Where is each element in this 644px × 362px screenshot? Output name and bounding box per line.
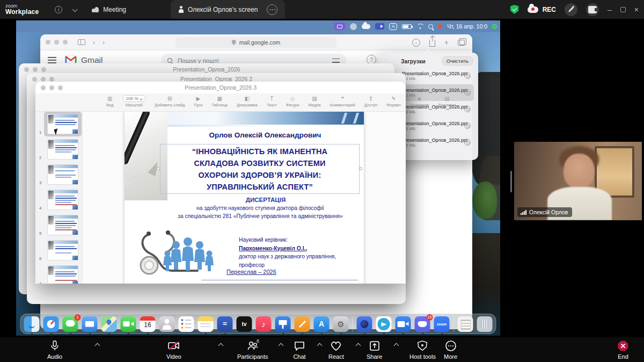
slide-thumbnail-7[interactable]: 7 xyxy=(35,263,82,284)
close-traffic-light[interactable] xyxy=(46,40,50,45)
title-slide[interactable]: ~~~~~ Орлов Олексій Олександрович “ІННОВ… xyxy=(125,112,364,284)
text-button[interactable]: T Текст xyxy=(267,95,277,107)
slide-title-box[interactable]: “ІННОВАЦІЙНІСТЬ ЯК ІМАНЕНТНА СКЛАДОВА РО… xyxy=(160,144,360,194)
dock-finder[interactable] xyxy=(24,316,40,332)
dock-music[interactable]: ♪ xyxy=(256,316,272,332)
dock-pages[interactable] xyxy=(295,316,310,332)
battery-icon[interactable] xyxy=(402,24,412,29)
dock-apple-tv[interactable]: tv xyxy=(237,316,252,332)
forward-button[interactable]: › xyxy=(103,39,105,46)
media-button[interactable]: ▨ Медиа xyxy=(308,95,320,107)
info-icon[interactable]: i xyxy=(55,6,62,13)
dock-contacts[interactable] xyxy=(159,316,175,332)
dock-app-store[interactable]: A xyxy=(314,316,330,332)
video-options-chevron[interactable] xyxy=(218,343,224,349)
participants-button[interactable]: Participants xyxy=(237,339,268,360)
dock-trash[interactable] xyxy=(477,316,493,332)
dock-documents-stack[interactable] xyxy=(458,316,473,332)
format-button[interactable]: ✎ Формат xyxy=(386,95,401,107)
camera-app-icon[interactable] xyxy=(375,23,384,30)
menu-icon[interactable] xyxy=(48,57,56,63)
security-shield-icon[interactable] xyxy=(510,5,519,14)
back-button[interactable]: ‹ xyxy=(93,39,95,46)
zoom-level-button[interactable]: 100 % Масштаб xyxy=(123,95,146,107)
dock-maps[interactable] xyxy=(101,316,117,332)
play-button[interactable]: ▶ Пуск xyxy=(194,95,202,107)
tab-meeting[interactable]: Meeting xyxy=(92,6,126,13)
dock-calendar[interactable]: 16 xyxy=(140,316,156,332)
document-button[interactable]: ▤ Документ xyxy=(438,95,456,107)
search-options-icon[interactable] xyxy=(332,58,340,63)
slide-thumbnail-5[interactable]: 5 xyxy=(35,213,82,238)
table-button[interactable]: ▦ Таблица xyxy=(211,95,227,107)
show-in-finder-icon[interactable] xyxy=(464,89,471,96)
audio-button[interactable]: Audio xyxy=(47,339,62,360)
minimize-traffic-light[interactable] xyxy=(54,40,59,45)
cloud-icon[interactable] xyxy=(362,24,370,29)
show-in-finder-icon[interactable] xyxy=(464,139,471,146)
tab-shared-screen[interactable]: Олексій Орлов's screen ⋯ xyxy=(171,0,285,19)
recording-indicator-icon[interactable] xyxy=(438,24,442,28)
tab-options-icon[interactable]: ⋯ xyxy=(267,4,277,15)
dock-safari[interactable] xyxy=(43,316,59,332)
dock-mail[interactable] xyxy=(82,316,98,332)
chart-button[interactable]: ◧ Диаграмма xyxy=(237,95,258,107)
tab-overview-icon[interactable] xyxy=(458,40,465,46)
share-icon[interactable] xyxy=(429,40,435,47)
add-slide-button[interactable]: ⊞ Добавить слайд xyxy=(155,95,185,107)
show-in-finder-icon[interactable] xyxy=(464,122,471,129)
annotate-button[interactable] xyxy=(565,3,577,16)
sidebar-icon[interactable] xyxy=(78,39,85,45)
new-tab-button[interactable]: + xyxy=(444,38,449,47)
show-in-finder-icon[interactable] xyxy=(464,106,471,112)
end-meeting-button[interactable]: End xyxy=(616,339,630,360)
participant-video-tile[interactable]: Олексій Орлов xyxy=(514,142,642,220)
react-options-chevron[interactable] xyxy=(356,343,361,349)
dock-zoom-app[interactable]: zoom xyxy=(434,316,450,332)
scrollbar-thumb[interactable] xyxy=(510,171,512,192)
audio-options-chevron[interactable] xyxy=(95,343,100,349)
shape-button[interactable]: ◇ Фигура xyxy=(286,95,299,107)
menu-bar-clock[interactable]: Чт, 16 апр. 10:0 xyxy=(447,23,487,30)
react-button[interactable]: React xyxy=(328,339,344,360)
dock-blue-orb-app[interactable] xyxy=(357,316,372,332)
comment-button[interactable]: ❝ Комментарий xyxy=(330,95,355,107)
host-tools-button[interactable]: Host tools xyxy=(409,339,436,360)
leave-session-button[interactable] xyxy=(586,3,599,16)
dock-notes[interactable] xyxy=(198,316,214,332)
dock-discord[interactable]: 15 xyxy=(415,316,430,332)
clear-downloads-button[interactable]: Очистить xyxy=(442,56,473,66)
share-options-chevron[interactable] xyxy=(394,343,399,349)
chat-button[interactable]: Chat xyxy=(293,339,306,360)
selection-handle[interactable] xyxy=(157,167,160,170)
screen-sharing-indicator-icon[interactable] xyxy=(334,23,345,30)
downloads-button[interactable]: ↓ xyxy=(412,39,420,47)
dock-system-settings[interactable]: ⚙ xyxy=(333,316,349,332)
input-source-icon[interactable]: A xyxy=(389,23,397,30)
dock-facetime[interactable] xyxy=(121,316,136,332)
dock-video-camera-app[interactable] xyxy=(396,316,411,332)
dock-fitness-app[interactable]: ≈ xyxy=(217,316,233,332)
dock-telegram[interactable] xyxy=(376,316,392,332)
wifi-icon[interactable] xyxy=(416,24,423,29)
participants-options-chevron[interactable] xyxy=(279,343,284,349)
slide-thumbnail-6[interactable]: 6 xyxy=(35,238,82,263)
collaborate-button[interactable]: ↥ Доступ xyxy=(364,95,377,107)
chevron-down-icon[interactable] xyxy=(72,7,78,12)
maximize-button[interactable] xyxy=(620,7,626,12)
chat-options-chevron[interactable] xyxy=(317,343,323,349)
close-button[interactable]: × xyxy=(634,6,639,13)
address-bar[interactable]: mail.google.com xyxy=(175,37,336,48)
dock-reminders[interactable] xyxy=(179,316,194,332)
slide-thumbnail-2[interactable]: 2 xyxy=(35,137,82,162)
slide-thumbnail-3[interactable]: 3 xyxy=(35,162,82,187)
more-button[interactable]: More xyxy=(444,339,457,360)
slide-thumbnail-4[interactable]: 4 xyxy=(35,187,82,213)
spotlight-icon[interactable] xyxy=(428,24,433,29)
dock-keynote[interactable] xyxy=(275,316,291,332)
minimize-button[interactable]: – xyxy=(608,6,612,13)
animate-button[interactable]: ◈ Анимация xyxy=(410,95,429,107)
dock-messages[interactable]: 1 xyxy=(63,316,78,332)
zoom-traffic-light[interactable] xyxy=(63,40,68,45)
menu-extra-icon[interactable] xyxy=(350,23,357,30)
